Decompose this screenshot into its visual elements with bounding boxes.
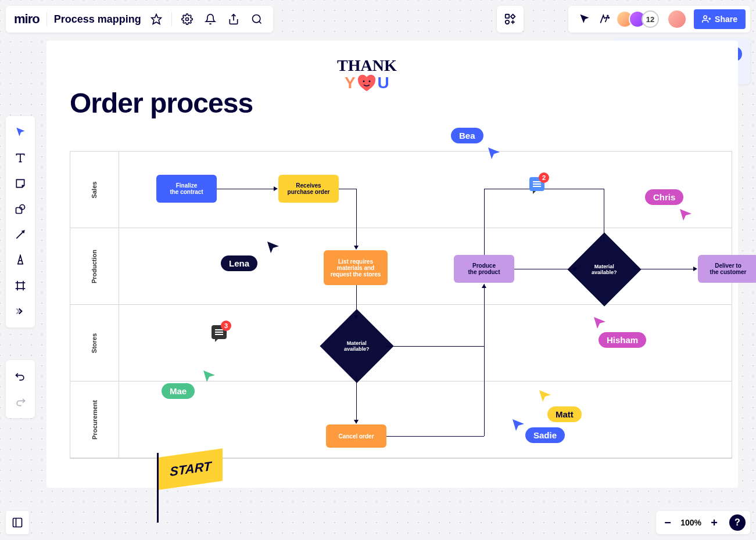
- text-tool[interactable]: [9, 146, 32, 170]
- cursor-hisham: Hisham: [599, 332, 646, 348]
- svg-point-1: [185, 18, 188, 21]
- sticker-text: U: [378, 74, 389, 92]
- comment-icon[interactable]: 3: [212, 325, 227, 339]
- undo-button[interactable]: [9, 365, 32, 388]
- svg-line-4: [259, 21, 261, 24]
- topbar: miro Process mapping: [6, 6, 273, 33]
- svg-rect-20: [16, 208, 22, 214]
- miro-logo[interactable]: miro: [14, 12, 40, 27]
- divider: [171, 12, 172, 26]
- zoom-out-button[interactable]: −: [661, 516, 675, 530]
- history-toolbox: [6, 360, 35, 418]
- toolbox: [6, 116, 35, 327]
- help-button[interactable]: ?: [729, 514, 746, 531]
- node-produce[interactable]: Produce the product: [454, 255, 514, 283]
- svg-point-11: [608, 17, 610, 19]
- cursor-bea: Bea: [451, 128, 483, 143]
- sticker-text: Y: [345, 74, 356, 92]
- svg-point-32: [368, 81, 370, 82]
- comment-badge: 2: [539, 172, 549, 183]
- cursor-mae: Mae: [162, 383, 195, 399]
- shape-tool[interactable]: [9, 197, 32, 221]
- cursor-pointer-icon: [538, 389, 551, 403]
- avatar-stack[interactable]: 12: [621, 10, 659, 28]
- more-tools[interactable]: [9, 300, 32, 323]
- share-button[interactable]: Share: [694, 9, 746, 29]
- star-icon[interactable]: [148, 11, 164, 27]
- cursor-pointer-icon: [202, 369, 215, 383]
- apps-button[interactable]: [497, 6, 524, 33]
- page-title[interactable]: Order process: [70, 87, 253, 119]
- start-flag-sticker[interactable]: START: [157, 453, 159, 523]
- collab-bar: 12 Share: [568, 6, 750, 33]
- svg-point-7: [506, 20, 509, 24]
- zoom-level[interactable]: 100%: [680, 518, 701, 527]
- svg-point-3: [252, 15, 260, 23]
- share-label: Share: [715, 15, 737, 24]
- svg-rect-5: [506, 15, 509, 18]
- avatar-overflow[interactable]: 12: [642, 10, 659, 28]
- reactions-icon[interactable]: [596, 11, 612, 27]
- zoom-controls: − 100% + ?: [656, 511, 750, 534]
- bell-icon[interactable]: [202, 11, 218, 27]
- lane-label: Procurement: [91, 400, 98, 440]
- svg-point-10: [607, 15, 608, 16]
- cursor-lena: Lena: [221, 255, 257, 271]
- lane-label: Production: [91, 249, 98, 283]
- swimlane-diagram[interactable]: Sales Production Stores Procurement Fina…: [70, 151, 732, 459]
- svg-point-12: [704, 16, 707, 19]
- svg-rect-29: [13, 519, 22, 527]
- search-icon[interactable]: [249, 11, 265, 27]
- cursor-pointer-icon: [679, 208, 691, 222]
- sticker-text: THANK: [337, 58, 397, 73]
- node-list[interactable]: List requires materials and request the …: [324, 250, 388, 285]
- lane-label: Stores: [91, 333, 98, 352]
- board-title[interactable]: Process mapping: [54, 13, 141, 26]
- svg-marker-6: [511, 15, 515, 19]
- export-icon[interactable]: [225, 11, 242, 27]
- node-cancel[interactable]: Cancel order: [326, 424, 386, 448]
- svg-point-31: [363, 81, 364, 82]
- cursor-pointer-icon: [487, 146, 500, 160]
- cursor-pointer-icon: [511, 418, 524, 432]
- frames-panel-button[interactable]: [6, 511, 29, 534]
- frame-tool[interactable]: [9, 274, 32, 297]
- lane-label: Sales: [91, 181, 98, 198]
- zoom-in-button[interactable]: +: [707, 516, 721, 530]
- cursor-pointer-icon: [593, 316, 605, 330]
- node-deliver[interactable]: Deliver to the customer: [698, 255, 756, 283]
- line-tool[interactable]: [9, 223, 32, 246]
- divider: [46, 12, 47, 26]
- svg-marker-0: [151, 15, 161, 24]
- cursor-chris: Chris: [645, 189, 683, 205]
- canvas-frame[interactable]: Order process THANK Y U Sales Production…: [46, 41, 738, 488]
- cursor-sadie: Sadie: [525, 427, 565, 443]
- sticky-tool[interactable]: [9, 172, 32, 195]
- comment-badge: 3: [221, 321, 231, 331]
- select-tool[interactable]: [9, 121, 32, 144]
- cursor-matt: Matt: [547, 406, 582, 422]
- cursor-mode-icon[interactable]: [576, 11, 593, 27]
- node-receives[interactable]: Receives purchase order: [278, 175, 339, 203]
- node-finalize[interactable]: Finalize the contract: [156, 175, 217, 203]
- cursor-pointer-icon: [266, 240, 279, 254]
- pen-tool[interactable]: [9, 249, 32, 272]
- avatar-self[interactable]: [668, 10, 686, 28]
- comment-icon[interactable]: 2: [529, 177, 544, 191]
- thank-you-sticker[interactable]: THANK Y U: [337, 58, 397, 92]
- redo-button[interactable]: [9, 390, 32, 413]
- settings-icon[interactable]: [179, 11, 195, 27]
